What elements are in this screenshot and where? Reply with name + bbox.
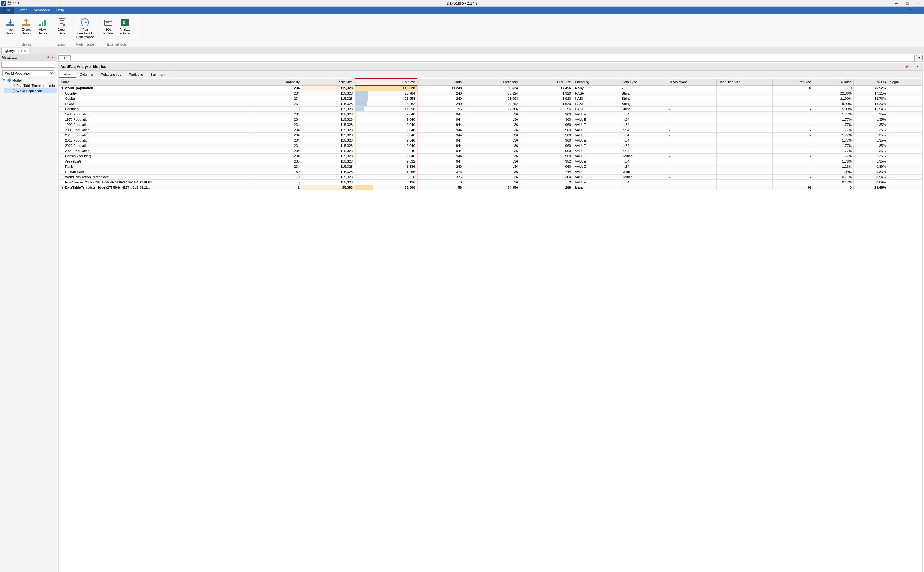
minimize-button[interactable]: ─ [891, 0, 902, 7]
th-cardinality[interactable]: Cardinality [252, 79, 302, 85]
cell-tablesize: 115,328 [302, 169, 355, 174]
menu-advanced[interactable]: Advanced [31, 7, 53, 14]
th-data[interactable]: Data [417, 79, 464, 85]
sidebar-pin-button[interactable]: 📌 [45, 55, 50, 60]
th-riviolations[interactable]: RI Violations [666, 79, 716, 85]
sidebar-model-dropdown[interactable]: World Population Model [3, 70, 54, 76]
analyze-excel-button[interactable]: X Analyzein Excel [117, 16, 133, 37]
formula-input[interactable] [72, 55, 915, 61]
table-row[interactable]: Continent 6 115,328 17,398 96 17,206 96 … [59, 107, 922, 112]
table-row[interactable]: Country 234 115,328 25,784 240 23,624 1,… [59, 91, 922, 96]
table-row[interactable]: Density (per km²) 234 115,328 2,040 944 … [59, 154, 922, 159]
vertipaq-panel: VertiPaq Analyzer Metrics 📌 □ ✕ Tables C… [58, 63, 923, 572]
cell-value: 234 [252, 112, 302, 117]
quick-save[interactable]: 💾 [8, 1, 12, 6]
th-relsize[interactable]: Rel Size [773, 79, 813, 85]
tab-query1[interactable]: Query1.dax ✕ [1, 48, 29, 54]
table-row[interactable]: 1970 Population 234 115,328 2,040 944 13… [59, 117, 922, 122]
menu-home[interactable]: Home [14, 7, 31, 14]
cell-value: 944 [417, 117, 464, 122]
table-row[interactable]: RowNumber-2662979B-1795-4F74-8F37-6A1BA8… [59, 180, 922, 185]
cell-value: Double [620, 169, 666, 174]
vp-tab-tables[interactable]: Tables [59, 71, 76, 78]
cell-value: 1.77% [813, 133, 854, 138]
vp-tab-partitions[interactable]: Partitions [125, 71, 147, 78]
table-row[interactable]: 2015 Population 234 115,328 2,040 944 13… [59, 138, 922, 143]
th-encoding[interactable]: Encoding [573, 79, 620, 85]
th-datatype[interactable]: Data Type [620, 79, 666, 85]
quick-undo[interactable]: ↩ [13, 1, 16, 6]
th-hiersize[interactable]: Hier Size [520, 79, 573, 85]
model-toggle[interactable]: ▼ [3, 79, 6, 82]
cell-value: 234 [252, 96, 302, 101]
table-row[interactable]: 2022 Population 234 115,328 2,040 944 13… [59, 148, 922, 154]
cell-tablesize: 115,328 [302, 148, 355, 154]
view-metrics-button[interactable]: ViewMetrics [34, 16, 50, 37]
cell-colsize: 2,040 [355, 138, 417, 143]
cell-name: 2020 Population [59, 143, 252, 148]
table-row[interactable]: World Population Percentage 70 115,328 8… [59, 174, 922, 180]
vp-tab-relationships[interactable]: Relationships [97, 71, 125, 78]
cell-value: - [666, 174, 716, 180]
table-row[interactable]: 1980 Population 234 115,328 2,040 944 13… [59, 112, 922, 117]
table-row[interactable]: 1990 Population 234 115,328 2,040 944 13… [59, 122, 922, 127]
quick-dropdown[interactable]: ▼ [17, 1, 20, 6]
export-data-button[interactable]: ExportData [54, 16, 70, 37]
export-metrics-button[interactable]: ExportMetrics [19, 16, 34, 37]
vp-close-button[interactable]: ✕ [915, 64, 920, 69]
table-body: ▼world_population 234 115,328 115,328 11… [59, 85, 922, 190]
table-row[interactable]: Area (km²) 233 115,328 2,032 944 136 952… [59, 159, 922, 164]
table-row[interactable]: 2000 Population 234 115,328 2,040 944 13… [59, 127, 922, 133]
th-userhiersize[interactable]: User Hier Size [716, 79, 773, 85]
tree-item-datetable[interactable]: 📋 DateTableTemplate_1ddea... [4, 83, 57, 88]
sidebar-search-input[interactable] [1, 62, 56, 68]
tab-close-icon[interactable]: ✕ [23, 49, 26, 53]
th-segm[interactable]: Segm [888, 79, 922, 85]
cell-value: VALUE [573, 133, 620, 138]
th-colsize[interactable]: Col Size [355, 79, 417, 85]
tree-children: 📋 DateTableTemplate_1ddea... 📋 World Pop… [0, 83, 57, 93]
menu-file[interactable]: File [0, 7, 14, 14]
cell-value: 22.36% [813, 91, 854, 96]
cell-value: Int64 [620, 180, 666, 185]
th-pcttable[interactable]: % Table [813, 79, 854, 85]
table-row[interactable]: 2020 Population 234 115,328 2,040 944 13… [59, 143, 922, 148]
vp-expand-button[interactable]: □ [910, 64, 915, 69]
vp-tab-columns[interactable]: Columns [76, 71, 97, 78]
cell-value: - [716, 101, 773, 107]
th-name[interactable]: Name [59, 79, 252, 85]
vp-tab-summary[interactable]: Summary [147, 71, 169, 78]
menu-help[interactable]: Help [53, 7, 67, 14]
cell-value: - [666, 143, 716, 148]
tree-item-model[interactable]: ▼ 🔷 Model [0, 78, 57, 83]
sidebar-close-button[interactable]: ✕ [50, 55, 55, 60]
tree-item-worldpop[interactable]: 📋 World Population [4, 88, 57, 93]
import-metrics-button[interactable]: ImportMetrics [3, 16, 18, 37]
table-row[interactable]: Growth Rate 180 115,328 1,256 376 136 74… [59, 169, 922, 174]
table-row[interactable]: CCA3 234 115,328 22,952 240 20,792 1,920… [59, 101, 922, 107]
table-row[interactable]: Capital 234 115,328 25,258 240 23,098 1,… [59, 96, 922, 101]
th-dictionary[interactable]: Dictionary [464, 79, 520, 85]
line-number-input[interactable] [58, 55, 70, 61]
th-tablesize[interactable]: Table Size [302, 79, 355, 85]
table-row[interactable]: 2010 Population 234 115,328 2,040 944 13… [59, 133, 922, 138]
cell-value: - [716, 107, 773, 112]
table-row[interactable]: Rank 234 115,328 1,336 240 136 960 VALUE… [59, 164, 922, 169]
maximize-button[interactable]: □ [902, 0, 913, 7]
cell-tablesize: 115,328 [302, 85, 355, 91]
run-benchmark-button[interactable]: RunBenchmarkPerformance [74, 16, 97, 40]
cell-colsize: 22,952 [355, 101, 417, 107]
cell-value: 11.54% [854, 107, 888, 112]
cell-value: - [773, 169, 813, 174]
cell-tablesize: 115,328 [302, 117, 355, 122]
table-header: Name Cardinality Table Size Col Size Dat… [59, 79, 922, 85]
table-row[interactable]: ▼world_population 234 115,328 115,328 11… [59, 85, 922, 91]
help-icon[interactable]: ? [908, 7, 913, 12]
th-pctdb[interactable]: % DB [854, 79, 888, 85]
sql-profiler-button[interactable]: SQLProfiler [101, 16, 116, 37]
table-row[interactable]: ▼DateTableTemplate_1ddea27f-504c-4174-b6… [59, 185, 922, 190]
close-button[interactable]: ✕ [913, 0, 924, 7]
formula-expand-button[interactable]: ▼ [916, 55, 923, 61]
vp-pin-button[interactable]: 📌 [904, 64, 909, 69]
cell-colsize: 2,040 [355, 117, 417, 122]
